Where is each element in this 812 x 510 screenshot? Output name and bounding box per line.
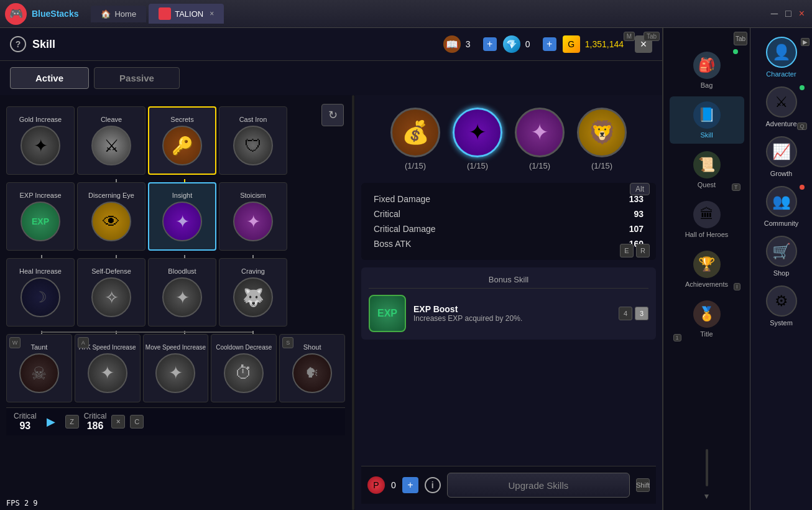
- skill-grid-row-4: W Taunt ☠ A ATK Speed Increase ✦ Move Sp…: [6, 334, 345, 402]
- panel-title: Skill: [32, 38, 443, 51]
- upgrade-plus-button[interactable]: +: [402, 477, 418, 493]
- skill-stoicism[interactable]: Stoicism ✦: [219, 182, 287, 251]
- char-item-character[interactable]: 👤 ▶ Character: [754, 33, 810, 81]
- detail-icon-2-level: (1/15): [467, 161, 488, 170]
- book-plus-button[interactable]: +: [483, 37, 497, 51]
- sidebar-scroll[interactable]: [706, 449, 708, 486]
- skill-label: Skill: [700, 131, 713, 139]
- max-button[interactable]: □: [785, 8, 791, 19]
- char-item-community[interactable]: 👥 Community: [754, 182, 810, 231]
- q-key-hint: Q: [797, 123, 806, 130]
- close-button[interactable]: ×: [799, 8, 805, 19]
- critical-label: Critical: [374, 209, 400, 219]
- sidebar-item-bag[interactable]: 🎒 Bag: [670, 47, 744, 94]
- move-speed-icon: ✦: [155, 353, 195, 393]
- upgrade-skills-button[interactable]: Upgrade Skills: [447, 473, 630, 498]
- title-icon: 🏅: [693, 300, 721, 328]
- skill-heal-increase[interactable]: Heal Increase ☽: [6, 258, 75, 327]
- sidebar-item-achievements[interactable]: 🏆 Achievements I: [670, 246, 744, 293]
- fixed-damage-label: Fixed Damage: [374, 194, 430, 204]
- char-item-system[interactable]: ⚙ System: [754, 282, 810, 330]
- detail-icon-1[interactable]: 💰 (1/15): [390, 108, 440, 170]
- adventure-label: Adventure: [765, 120, 796, 128]
- sidebar-item-skill[interactable]: 📘 Skill: [670, 96, 744, 144]
- detail-icon-2[interactable]: ✦ (1/15): [453, 108, 502, 170]
- skill-atk-speed-increase[interactable]: A ATK Speed Increase ✦: [75, 334, 141, 402]
- critical-damage-value: 107: [629, 224, 644, 234]
- char-item-shop[interactable]: 🛒 Shop: [754, 232, 810, 280]
- gem-count: 0: [525, 39, 538, 49]
- min-button[interactable]: ─: [771, 8, 778, 19]
- upgrade-currency-icon: P: [367, 476, 385, 494]
- shop-icon: 🛒: [766, 236, 797, 267]
- c-key-hint: C: [130, 415, 144, 429]
- quick-sidebar: Tab 🎒 Bag 📘 Skill 📜 Quest T 🏛 Hall of He…: [663, 28, 750, 510]
- skill-cast-iron[interactable]: Cast Iron 🛡: [219, 106, 287, 175]
- gem-plus-button[interactable]: +: [543, 37, 556, 51]
- skill-taunt[interactable]: W Taunt ☠: [6, 334, 72, 402]
- sidebar-item-quest[interactable]: 📜 Quest T: [670, 146, 744, 193]
- skill-cooldown-decrease[interactable]: Cooldown Decrease ⏱: [211, 334, 277, 402]
- active-tab-button[interactable]: Active: [10, 67, 89, 89]
- bonus-skill-desc: Increases EXP acquired by 20%.: [413, 314, 522, 323]
- skill-secrets[interactable]: Secrets 🔑: [148, 106, 216, 175]
- refresh-button[interactable]: ↻: [321, 104, 344, 126]
- skill-self-defense[interactable]: Self-Defense ✧: [77, 258, 145, 327]
- detail-icon-3-circle: ✦: [515, 108, 565, 157]
- bonus-skill-name: EXP Boost: [413, 304, 522, 314]
- heal-increase-icon: ☽: [21, 277, 60, 317]
- game-tab-close[interactable]: ×: [210, 9, 214, 18]
- bonus-skill-text: EXP Boost Increases EXP acquired by 20%.: [413, 304, 522, 323]
- sidebar-item-title[interactable]: 🏅 Title 1: [670, 295, 744, 343]
- skill-insight[interactable]: Insight ✦: [148, 182, 216, 251]
- cleave-icon: ⚔: [91, 126, 131, 165]
- char-item-adventure[interactable]: ⚔ Adventure Q: [754, 83, 810, 131]
- skill-move-speed-increase[interactable]: Move Speed Increase ✦: [143, 334, 209, 402]
- cooldown-icon: ⏱: [224, 353, 264, 393]
- detail-icon-4[interactable]: 🦁 (1/15): [577, 108, 627, 170]
- content-area: ↻ Gold Increase ✦ Cleave ⚔ Secrets 🔑: [0, 95, 662, 510]
- skill-grid-row-3: Heal Increase ☽ Self-Defense ✧ Bloodlust…: [6, 258, 345, 327]
- help-button[interactable]: ?: [10, 36, 26, 52]
- passive-tab-button[interactable]: Passive: [94, 67, 180, 89]
- skill-bloodlust[interactable]: Bloodlust ✦: [148, 258, 216, 327]
- s-key-hint: S: [282, 337, 293, 348]
- detail-icon-3[interactable]: ✦ (1/15): [515, 108, 565, 170]
- t-key-hint: T: [732, 183, 740, 191]
- skill-icon: 📘: [693, 101, 721, 129]
- book-currency: 📖 3 +: [443, 35, 497, 53]
- skill-craving[interactable]: Craving 🐺: [219, 258, 287, 327]
- home-tab[interactable]: 🏠 Home: [91, 6, 146, 22]
- hall-icon: 🏛: [693, 201, 721, 228]
- self-defense-icon: ✧: [91, 277, 131, 317]
- skill-header: ? Skill 📖 3 + 💎 0 + G 1,351,144 × M: [0, 28, 662, 61]
- upgrade-bar: P 0 + i Upgrade Skills Shift: [361, 466, 656, 504]
- community-dot: [800, 185, 805, 190]
- skill-panel: ? Skill 📖 3 + 💎 0 + G 1,351,144 × M: [0, 28, 663, 510]
- arrow-right-icon: ▶: [47, 415, 55, 429]
- gold-currency: G 1,351,144: [563, 35, 624, 53]
- skill-exp-increase[interactable]: EXP Increase EXP: [6, 182, 75, 251]
- book-icon: 📖: [443, 35, 461, 53]
- skill-cleave[interactable]: Cleave ⚔: [77, 106, 145, 175]
- community-icon: 👥: [766, 186, 797, 217]
- upgrade-info-button[interactable]: i: [425, 477, 441, 493]
- upgrade-currency-count: 0: [391, 480, 396, 490]
- a-key-hint: A: [78, 337, 89, 348]
- skill-discerning-eye[interactable]: Discerning Eye 👁: [77, 182, 145, 251]
- skill-shout[interactable]: S Shout 🗣: [279, 334, 345, 402]
- sidebar-item-hall[interactable]: 🏛 Hall of Heroes: [670, 196, 744, 243]
- bonus-skill-title: Bonus Skill: [369, 275, 648, 289]
- boss-atk-label: Boss ATK: [374, 239, 411, 249]
- level-key-hint: 4: [619, 307, 632, 320]
- game-tab[interactable]: TALION ×: [149, 4, 224, 24]
- title-num-key: 1: [673, 334, 681, 341]
- char-item-growth[interactable]: 📈 Growth: [754, 132, 810, 181]
- skill-gold-increase[interactable]: Gold Increase ✦: [6, 106, 75, 175]
- system-label: System: [770, 319, 793, 327]
- detail-icon-4-level: (1/15): [591, 161, 612, 170]
- stat-group-1: Critical 93: [14, 412, 37, 432]
- achievements-icon: 🏆: [693, 251, 721, 278]
- bloodlust-icon: ✦: [162, 277, 202, 317]
- discerning-eye-icon: 👁: [91, 202, 131, 241]
